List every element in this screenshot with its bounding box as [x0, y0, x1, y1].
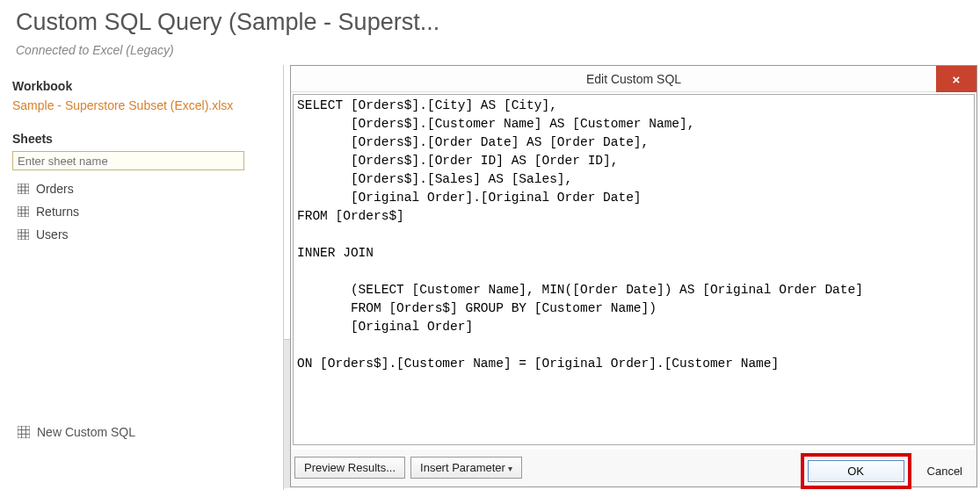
workbook-name[interactable]: Sample - Superstore Subset (Excel).xlsx	[12, 98, 267, 112]
table-icon	[18, 206, 29, 217]
cancel-button[interactable]: Cancel	[922, 461, 968, 481]
footer-right: OK Cancel	[801, 453, 968, 489]
new-custom-sql-label: New Custom SQL	[37, 425, 135, 439]
table-icon	[18, 229, 29, 240]
svg-rect-5	[18, 206, 29, 217]
svg-rect-10	[18, 229, 29, 240]
page-title: Custom SQL Query (Sample - Superst...	[0, 0, 980, 38]
dialog-title: Edit Custom SQL	[586, 72, 681, 86]
ok-highlight-box: OK	[801, 453, 911, 489]
table-icon	[18, 184, 29, 194]
dialog-close-button[interactable]: ×	[936, 66, 976, 92]
background-strip	[284, 339, 290, 488]
dialog-body	[291, 92, 976, 450]
left-panel: Workbook Sample - Superstore Subset (Exc…	[12, 79, 267, 246]
insert-parameter-button[interactable]: Insert Parameter	[410, 457, 522, 479]
sheets-header: Sheets	[12, 132, 267, 146]
ok-button[interactable]: OK	[808, 460, 904, 482]
dialog-footer: Preview Results... Insert Parameter OK C…	[291, 450, 976, 486]
svg-rect-0	[18, 184, 29, 194]
close-icon: ×	[953, 72, 961, 87]
sheet-item-users[interactable]: Users	[12, 223, 267, 246]
preview-results-button[interactable]: Preview Results...	[294, 457, 405, 479]
sheet-item-returns[interactable]: Returns	[12, 200, 267, 223]
sql-icon	[18, 426, 30, 438]
edit-custom-sql-dialog: Edit Custom SQL × Preview Results... Ins…	[290, 65, 977, 487]
dialog-titlebar: Edit Custom SQL ×	[291, 66, 976, 92]
sheet-item-orders[interactable]: Orders	[12, 177, 267, 200]
sheet-label: Orders	[36, 182, 74, 196]
sql-textarea[interactable]	[293, 94, 975, 445]
workbook-header: Workbook	[12, 79, 267, 93]
sheet-name-input[interactable]	[12, 151, 244, 170]
sheet-label: Returns	[36, 205, 79, 219]
new-custom-sql-button[interactable]: New Custom SQL	[12, 422, 141, 443]
sheet-label: Users	[36, 227, 69, 241]
svg-rect-15	[18, 426, 30, 438]
